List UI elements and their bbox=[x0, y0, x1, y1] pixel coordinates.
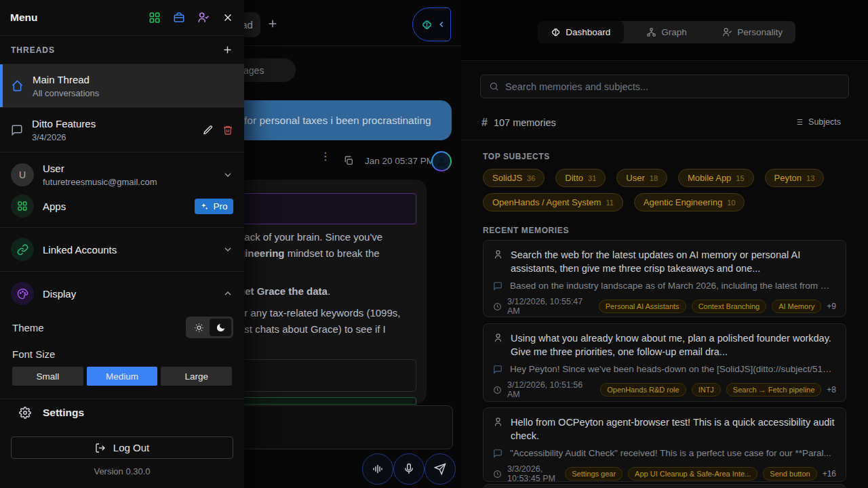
home-icon bbox=[11, 79, 24, 92]
pro-label: Pro bbox=[213, 201, 227, 211]
message-meta-row: ⋮ Jan 20 05:37 PM bbox=[244, 150, 452, 172]
assistant-text-line: get Grace the data. bbox=[239, 283, 330, 300]
memory-tag-more[interactable]: +16 bbox=[823, 469, 836, 479]
hash-icon: # bbox=[481, 117, 488, 129]
sun-icon bbox=[194, 323, 204, 333]
speech-bubble-icon bbox=[493, 449, 502, 458]
chip-label: User bbox=[626, 173, 644, 183]
subject-chip[interactable]: OpenHands / Agent System11 bbox=[483, 193, 623, 211]
memory-tag[interactable]: AI Memory bbox=[772, 300, 821, 313]
memory-tag[interactable]: Send button bbox=[763, 467, 816, 481]
app-screen: Main Thread messages for personal taxes … bbox=[0, 0, 868, 488]
chevron-down-icon[interactable] bbox=[222, 244, 233, 255]
memory-context-box[interactable] bbox=[239, 193, 416, 224]
memory-search[interactable] bbox=[480, 75, 849, 98]
divider bbox=[0, 152, 244, 152]
chip-count: 10 bbox=[727, 199, 735, 207]
user-avatar[interactable] bbox=[431, 151, 452, 171]
linked-icon-circle bbox=[11, 238, 34, 261]
copy-icon[interactable] bbox=[343, 155, 354, 166]
memory-tag[interactable]: INTJ bbox=[692, 383, 721, 396]
memory-tag[interactable]: App UI Cleanup & Safe-Area Inte... bbox=[628, 467, 757, 481]
subject-chip[interactable]: Ditto31 bbox=[555, 169, 606, 187]
sidebar-item-ditto-features[interactable]: Ditto Features 3/4/2026 bbox=[0, 108, 244, 152]
memory-tag[interactable]: Settings gear bbox=[565, 467, 623, 481]
microphone-button[interactable] bbox=[393, 453, 425, 485]
chevron-up-icon[interactable] bbox=[222, 288, 233, 299]
send-button[interactable] bbox=[425, 453, 456, 485]
message-timestamp: Jan 20 05:37 PM bbox=[365, 156, 434, 166]
subject-chip[interactable]: Peyton13 bbox=[765, 169, 825, 187]
trash-icon[interactable] bbox=[222, 125, 233, 136]
font-size-medium-button[interactable]: Medium bbox=[87, 367, 158, 386]
speech-bubble-icon bbox=[493, 365, 502, 374]
memory-tag[interactable]: OpenHands R&D role bbox=[600, 383, 686, 396]
memory-tag-more[interactable]: +8 bbox=[827, 385, 836, 394]
add-thread-button[interactable] bbox=[222, 44, 233, 56]
memory-tag[interactable]: Context Branching bbox=[692, 300, 767, 313]
recent-memories-header: RECENT MEMORIES bbox=[483, 226, 569, 235]
divider bbox=[461, 140, 868, 140]
subject-chip[interactable]: Agentic Engineering10 bbox=[634, 193, 745, 211]
sidebar-item-apps[interactable]: Apps Pro bbox=[0, 194, 244, 218]
person-check-icon[interactable] bbox=[197, 12, 210, 24]
memory-card[interactable]: Using what you already know about me, pl… bbox=[483, 323, 846, 402]
tab-personality[interactable]: Personality bbox=[709, 21, 795, 43]
pro-badge[interactable]: Pro bbox=[195, 199, 233, 214]
tab-graph[interactable]: Graph bbox=[624, 21, 710, 43]
subjects-toggle-button[interactable]: Subjects bbox=[794, 117, 841, 127]
chip-count: 31 bbox=[588, 174, 596, 182]
sidebar-item-user[interactable]: U User futuretreesmusic@gmail.com bbox=[0, 159, 244, 191]
sidebar-item-settings[interactable]: Settings bbox=[19, 407, 84, 419]
search-input[interactable] bbox=[505, 81, 840, 92]
edit-pencil-icon[interactable] bbox=[203, 125, 214, 136]
memory-tag[interactable]: Search → Fetch pipeline bbox=[726, 383, 821, 396]
assistant-bold-text: get Grace the data bbox=[239, 285, 328, 297]
light-theme-button[interactable] bbox=[188, 319, 210, 336]
close-icon[interactable] bbox=[222, 12, 234, 24]
logout-button[interactable]: Log Out bbox=[11, 436, 233, 459]
sidebar-item-linked-accounts[interactable]: Linked Accounts bbox=[0, 228, 244, 271]
assistant-text-line: gineering mindset to break the bbox=[239, 245, 380, 262]
chat-bubble-icon bbox=[11, 124, 23, 136]
tab-dashboard[interactable]: Dashboard bbox=[538, 21, 624, 43]
briefcase-icon[interactable] bbox=[173, 12, 185, 24]
new-tab-button[interactable] bbox=[267, 18, 279, 30]
memory-tag[interactable]: Personal AI Assistants bbox=[599, 300, 686, 313]
font-size-buttons: Small Medium Large bbox=[12, 367, 232, 386]
subject-chip[interactable]: Mobile App15 bbox=[678, 169, 754, 187]
memory-card[interactable]: Hello from OCPeyton agent-browser test! … bbox=[483, 407, 846, 482]
memory-response: Based on the industry landscape as of Ma… bbox=[510, 281, 836, 291]
logout-label: Log Out bbox=[113, 442, 149, 453]
waveform-button[interactable] bbox=[362, 453, 393, 485]
panel-tabs: Dashboard Graph Personality bbox=[538, 21, 795, 43]
chevron-left-icon bbox=[437, 20, 446, 29]
thread-title: Ditto Features bbox=[32, 118, 96, 129]
assistant-green-box[interactable] bbox=[239, 397, 416, 405]
dark-theme-button[interactable] bbox=[210, 319, 231, 336]
apps-grid-icon[interactable] bbox=[149, 12, 161, 24]
list-icon bbox=[794, 117, 804, 127]
chip-label: Agentic Engineering bbox=[644, 197, 722, 207]
memory-card[interactable]: Search the web for the latest updates on… bbox=[483, 240, 846, 317]
sidebar-item-display[interactable]: Display bbox=[0, 272, 244, 315]
subject-chip[interactable]: User18 bbox=[616, 169, 667, 187]
settings-label: Settings bbox=[43, 407, 84, 419]
brain-icon bbox=[551, 27, 561, 37]
font-size-small-button[interactable]: Small bbox=[12, 367, 83, 386]
subject-chips-row: SolidJS36 Ditto31 User18 Mobile App15 Pe… bbox=[483, 169, 824, 187]
tab-label: Graph bbox=[661, 27, 687, 37]
memory-panel-toggle[interactable] bbox=[412, 7, 451, 41]
assistant-embed-box[interactable] bbox=[239, 359, 416, 392]
chevron-down-icon[interactable] bbox=[222, 169, 233, 180]
subject-chip[interactable]: SolidJS36 bbox=[483, 169, 545, 187]
memory-tag-more[interactable]: +9 bbox=[827, 302, 836, 311]
thread-date: 3/4/2026 bbox=[32, 132, 96, 142]
font-size-large-button[interactable]: Large bbox=[161, 367, 232, 386]
message-menu-button[interactable]: ⋮ bbox=[320, 154, 331, 159]
sidebar-item-main-thread[interactable]: Main Thread All conversations bbox=[0, 64, 244, 107]
chip-count: 11 bbox=[606, 199, 613, 207]
search-icon bbox=[489, 81, 499, 92]
sidebar-header: Menu bbox=[0, 0, 244, 35]
chat-input[interactable] bbox=[239, 405, 453, 449]
